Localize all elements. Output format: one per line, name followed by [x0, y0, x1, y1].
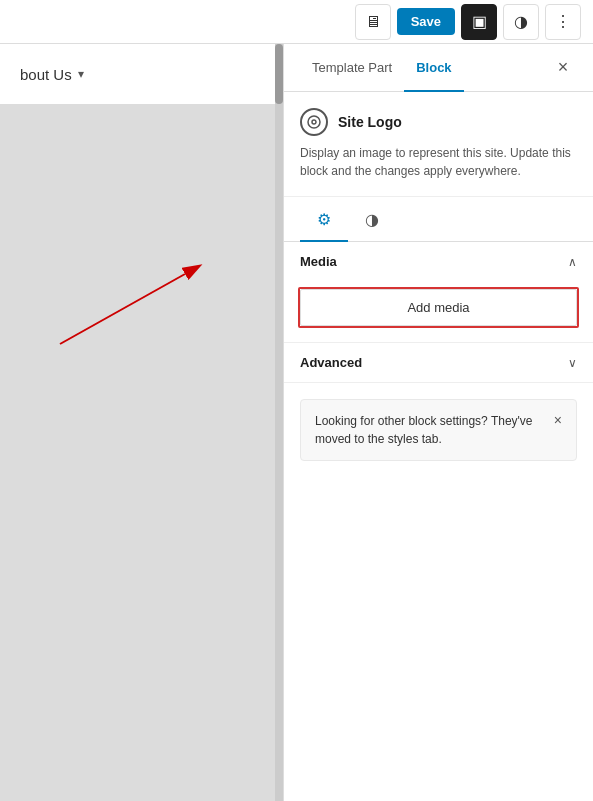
add-media-button[interactable]: Add media: [300, 289, 577, 326]
svg-line-1: [60, 274, 185, 344]
sub-tab-styles[interactable]: ◑: [348, 198, 396, 242]
nav-bar: bout Us ▾: [0, 44, 283, 104]
nav-chevron-icon: ▾: [78, 67, 84, 81]
notification-text: Looking for other block settings? They'v…: [315, 412, 544, 448]
block-info: Site Logo Display an image to represent …: [284, 92, 593, 197]
section-media: Media ∧ Add media: [284, 242, 593, 343]
tab-template-part[interactable]: Template Part: [300, 45, 404, 92]
block-description: Display an image to represent this site.…: [300, 144, 577, 180]
section-advanced-header[interactable]: Advanced ∨: [284, 343, 593, 382]
sub-tab-settings[interactable]: ⚙: [300, 198, 348, 242]
section-advanced-chevron-icon: ∨: [568, 356, 577, 370]
styles-icon: ◑: [365, 210, 379, 229]
device-icon: 🖥: [365, 13, 381, 31]
canvas-area: bout Us ▾: [0, 44, 283, 801]
settings-icon: ⚙: [317, 210, 331, 229]
tab-block[interactable]: Block: [404, 45, 463, 92]
toolbar: 🖥 Save ▣ ◑ ⋮: [0, 0, 593, 44]
section-media-title: Media: [300, 254, 337, 269]
block-toggle-button[interactable]: ▣: [461, 4, 497, 40]
add-media-container: Add media: [300, 289, 577, 326]
nav-item: bout Us ▾: [20, 66, 84, 83]
panel-header: Template Part Block ×: [284, 44, 593, 92]
scrollbar-thumb: [275, 44, 283, 104]
section-advanced-title: Advanced: [300, 355, 362, 370]
block-icon: ▣: [472, 12, 487, 31]
scrollbar[interactable]: [275, 44, 283, 801]
more-icon: ⋮: [555, 12, 571, 31]
nav-item-label: bout Us: [20, 66, 72, 83]
right-panel: Template Part Block × Site Logo Display …: [283, 44, 593, 801]
section-media-header[interactable]: Media ∧: [284, 242, 593, 281]
main-area: bout Us ▾ Template Part Block: [0, 44, 593, 801]
site-logo-icon: [300, 108, 328, 136]
block-info-header: Site Logo: [300, 108, 577, 136]
device-preview-button[interactable]: 🖥: [355, 4, 391, 40]
sub-tabs: ⚙ ◑: [284, 197, 593, 242]
svg-point-2: [308, 116, 320, 128]
section-advanced: Advanced ∨: [284, 343, 593, 383]
block-title: Site Logo: [338, 114, 402, 130]
contrast-icon: ◑: [514, 12, 528, 31]
svg-point-3: [312, 120, 316, 124]
notification-close-button[interactable]: ×: [554, 412, 562, 428]
arrow-annotation: [30, 244, 230, 374]
notification-banner: Looking for other block settings? They'v…: [300, 399, 577, 461]
section-media-body: Add media: [284, 281, 593, 342]
panel-close-button[interactable]: ×: [549, 54, 577, 82]
more-options-button[interactable]: ⋮: [545, 4, 581, 40]
section-media-chevron-icon: ∧: [568, 255, 577, 269]
save-button[interactable]: Save: [397, 8, 455, 35]
panel-content: Media ∧ Add media Advanced ∨: [284, 242, 593, 801]
contrast-button[interactable]: ◑: [503, 4, 539, 40]
